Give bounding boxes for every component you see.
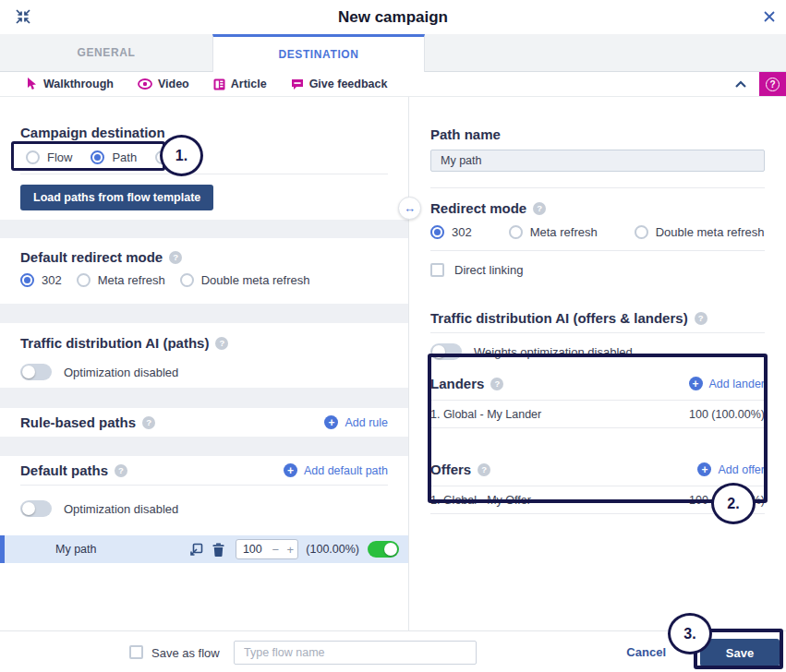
add-rule-link[interactable]: + Add rule (324, 415, 388, 429)
save-button[interactable]: Save (700, 639, 780, 666)
dialog-body: Campaign destination Flow Path URL (0, 97, 786, 630)
path-name-input[interactable] (430, 150, 765, 172)
plus-button[interactable]: + (283, 543, 297, 557)
help-icon[interactable]: ? (215, 337, 228, 350)
tab-destination[interactable]: DESTINATION (212, 34, 425, 72)
weights-optimization-toggle[interactable] (430, 343, 462, 360)
chevron-up-icon[interactable] (734, 79, 747, 89)
divider (430, 250, 765, 251)
lander-row[interactable]: 1. Global - My Lander 100 (100.00%) (430, 401, 765, 428)
add-rule-label: Add rule (345, 416, 388, 429)
trash-icon[interactable] (212, 543, 224, 557)
column-resize-handle[interactable]: ↔ (398, 197, 421, 220)
radio-double-meta-refresh[interactable]: Double meta refresh (180, 273, 310, 287)
load-paths-button[interactable]: Load paths from flow template (20, 185, 213, 210)
optimization-toggle[interactable] (20, 364, 52, 380)
direct-linking-label: Direct linking (454, 263, 523, 277)
dialog-footer: Save as flow Cancel Save (0, 630, 786, 672)
plus-icon: + (697, 462, 711, 476)
path-enabled-toggle[interactable] (368, 541, 399, 558)
video-label: Video (158, 78, 189, 90)
radio-flow[interactable]: Flow (26, 150, 72, 164)
add-offer-link[interactable]: + Add offer (697, 462, 765, 476)
default-redirect-mode-section: Default redirect mode ? 302 Meta refresh… (0, 238, 408, 304)
help-icon[interactable]: ? (142, 416, 155, 429)
traffic-ai-paths-title: Traffic distribution AI (paths) (20, 335, 209, 351)
direct-linking-checkbox-row[interactable]: Direct linking (430, 263, 765, 277)
offer-name: 1. Global - My Offer (430, 494, 531, 507)
spacer (430, 428, 765, 462)
offer-weight: 100 (100.00%) (689, 494, 765, 507)
lander-name: 1. Global - My Lander (430, 408, 541, 421)
landers-title: Landers (430, 376, 484, 391)
flow-name-input[interactable] (234, 641, 477, 665)
weights-optimization-toggle-row: Weights optimization disabled (430, 343, 765, 360)
divider (20, 174, 388, 174)
radio-double-meta-refresh[interactable]: Double meta refresh (635, 225, 765, 239)
radio-meta-refresh[interactable]: Meta refresh (509, 225, 598, 239)
save-as-flow-checkbox[interactable] (129, 645, 143, 659)
radio-meta-refresh[interactable]: Meta refresh (77, 273, 165, 287)
minus-button[interactable]: − (268, 543, 283, 557)
default-paths-optimization-toggle-row: Optimization disabled (20, 500, 388, 517)
cancel-button[interactable]: Cancel (626, 645, 666, 659)
add-lander-link[interactable]: + Add lander (689, 377, 765, 390)
radio-double-meta-refresh-label: Double meta refresh (201, 273, 310, 287)
help-icon[interactable]: ? (169, 251, 182, 264)
radio-url[interactable]: URL (155, 150, 200, 164)
walkthrough-label: Walkthrough (43, 78, 114, 90)
radio-url-icon (155, 150, 169, 164)
offers-title: Offers (430, 462, 471, 477)
collapse-icon[interactable] (15, 8, 31, 25)
radio-flow-icon (26, 150, 40, 164)
article-link[interactable]: Article (213, 78, 267, 90)
radio-path-icon (91, 150, 104, 164)
redirect-mode-title: Redirect mode (430, 200, 526, 216)
section-gap (0, 304, 408, 323)
help-icon[interactable]: ? (490, 378, 503, 390)
offers-header: Offers ? + Add offer (430, 462, 765, 486)
rule-based-paths-title: Rule-based paths (20, 414, 136, 430)
radio-meta-refresh-icon (77, 273, 91, 287)
direct-linking-checkbox[interactable] (430, 263, 444, 277)
help-icon[interactable]: ? (695, 312, 707, 325)
campaign-destination-title: Campaign destination (20, 125, 388, 140)
video-link[interactable]: Video (138, 78, 189, 90)
add-default-path-link[interactable]: + Add default path (284, 463, 388, 477)
default-paths-title: Default paths (20, 462, 108, 478)
duplicate-icon[interactable] (189, 543, 203, 557)
section-gap (0, 437, 408, 456)
walkthrough-link[interactable]: Walkthrough (26, 78, 114, 90)
add-offer-label: Add offer (718, 463, 765, 476)
help-icon[interactable]: ? (115, 464, 127, 477)
article-label: Article (231, 78, 267, 90)
path-row[interactable]: My path (0, 535, 408, 563)
radio-302[interactable]: 302 (430, 225, 472, 239)
tab-strip: GENERAL DESTINATION (0, 34, 786, 72)
rule-based-paths-section: Rule-based paths ? + Add rule (0, 408, 408, 437)
offer-row[interactable]: 1. Global - My Offer 100 (100.00%) (430, 486, 765, 514)
landers-header: Landers ? + Add lander (430, 376, 765, 401)
help-button[interactable]: ? (759, 72, 786, 96)
section-gap (0, 220, 408, 238)
default-redirect-mode-title: Default redirect mode (20, 249, 163, 265)
right-panel: Path name Redirect mode ? 302 Meta refre… (409, 97, 786, 630)
traffic-ai-paths-section: Traffic distribution AI (paths) ? Optimi… (0, 323, 408, 388)
radio-flow-label: Flow (47, 150, 72, 164)
plus-icon: + (284, 463, 297, 477)
help-icon[interactable]: ? (478, 463, 490, 476)
weight-stepper[interactable]: 100 − + (236, 539, 298, 559)
radio-path[interactable]: Path (91, 150, 137, 164)
close-icon[interactable] (760, 7, 779, 26)
titlebar: New campaign (0, 0, 786, 34)
tab-general[interactable]: GENERAL (0, 34, 212, 71)
cursor-icon (26, 78, 38, 90)
radio-302-icon (20, 273, 34, 287)
optimization-toggle[interactable] (20, 500, 52, 517)
help-icon[interactable]: ? (533, 202, 546, 215)
plus-icon: + (689, 377, 703, 390)
left-panel: Campaign destination Flow Path URL (0, 97, 409, 630)
radio-302-icon (430, 225, 444, 239)
give-feedback-link[interactable]: Give feedback (291, 78, 388, 90)
radio-302[interactable]: 302 (20, 273, 62, 287)
